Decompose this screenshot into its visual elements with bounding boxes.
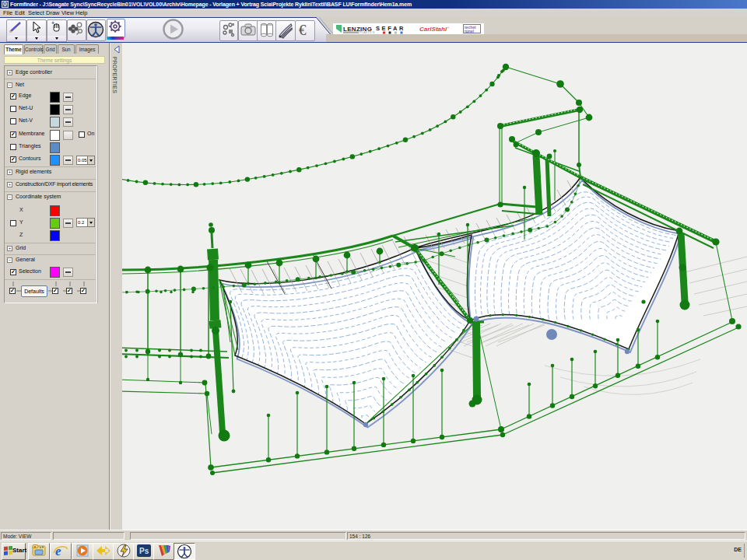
svg-text:€: € bbox=[299, 22, 307, 38]
svg-text:tünel: tünel bbox=[465, 29, 475, 33]
svg-text:Ps: Ps bbox=[139, 547, 149, 555]
svg-text:+: + bbox=[51, 20, 54, 26]
svg-text:SEFAR: SEFAR bbox=[376, 25, 405, 32]
svg-text:e: e bbox=[55, 544, 61, 558]
